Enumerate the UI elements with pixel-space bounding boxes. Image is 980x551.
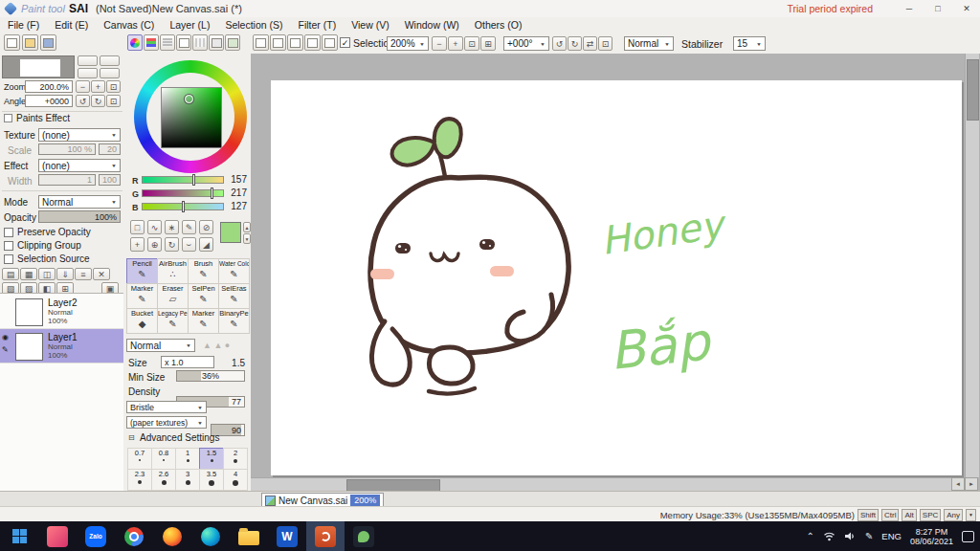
saturation-value-square[interactable]	[161, 87, 222, 148]
save-file-button[interactable]	[40, 34, 56, 51]
menu-canvas[interactable]: Canvas (C)	[96, 19, 162, 31]
navigator-button-4[interactable]	[100, 68, 120, 78]
zoom-reset-button[interactable]: ⊞	[480, 36, 496, 51]
tool-airbrush[interactable]: AirBrush∴	[157, 258, 189, 284]
selection-add-button[interactable]	[270, 34, 286, 51]
zoom-dropdown[interactable]: 200% ▼	[387, 36, 429, 51]
texture-dropdown[interactable]: (none) ▼	[38, 128, 121, 142]
flip-button[interactable]: ⇄	[583, 36, 597, 51]
nav-zoom-in-button[interactable]: +	[91, 80, 105, 93]
taskbar-firefox-app[interactable]	[153, 521, 191, 551]
r-slider-handle[interactable]	[192, 174, 195, 186]
wifi-icon[interactable]	[823, 531, 835, 541]
scroll-right-button[interactable]: ►	[965, 477, 978, 491]
menu-file[interactable]: File (F)	[0, 19, 47, 31]
close-button[interactable]: ✕	[955, 1, 978, 15]
brush-size-preset-2.6[interactable]: 2.6	[151, 469, 176, 491]
taskbar-photos-app[interactable]	[38, 521, 77, 551]
canvas-paper[interactable]: Honey Bắp	[271, 80, 962, 475]
transfer-down-button[interactable]: ⇓	[56, 268, 74, 280]
brush-size-preset-4[interactable]: 4	[223, 469, 248, 491]
tool-seleras[interactable]: SelEras✎	[218, 283, 250, 309]
brush-size-preset-0.7[interactable]: 0.7	[127, 448, 152, 470]
taskbar-sai-app[interactable]	[345, 521, 383, 551]
tool-marker[interactable]: Marker✎	[126, 283, 158, 309]
taskbar-active-app[interactable]	[306, 521, 345, 551]
preserve-opacity-checkbox[interactable]	[4, 228, 13, 237]
menu-others[interactable]: Others (O)	[467, 19, 530, 31]
status-dropdown-icon[interactable]: ▼	[966, 509, 976, 521]
brush-blend-dropdown[interactable]: Normal ▼	[126, 339, 195, 352]
rotate-tool-button[interactable]: ↻	[165, 237, 179, 252]
nav-zoom-out-button[interactable]: −	[76, 80, 90, 93]
eyedropper-tool-button[interactable]: ◢	[199, 237, 213, 252]
effect-dropdown[interactable]: (none) ▼	[38, 159, 121, 172]
navigator-thumbnail[interactable]	[2, 55, 75, 78]
nav-rotate-ccw-button[interactable]: ↺	[76, 95, 90, 107]
hand-tool-button[interactable]: ⌣	[182, 237, 196, 252]
brush-texture2-dropdown[interactable]: (paper textures) ▼	[126, 416, 207, 429]
action-center-icon[interactable]	[962, 531, 974, 542]
taskbar-chrome-app[interactable]	[115, 521, 153, 551]
tool-marker2[interactable]: Marker✎	[188, 308, 219, 334]
hidden-icons-caret[interactable]: ⌃	[807, 531, 814, 541]
swatches-toggle-button[interactable]	[192, 34, 208, 51]
select-clear-tool-button[interactable]: ⊘	[199, 220, 213, 234]
lasso-tool-button[interactable]: ∿	[147, 220, 162, 234]
brush-size-preset-3.5[interactable]: 3.5	[199, 469, 224, 491]
color-wheel[interactable]	[134, 60, 247, 173]
vertical-scrollbar-thumb[interactable]	[967, 59, 979, 121]
color-wheel-toggle-button[interactable]	[127, 34, 143, 51]
nav-rotate-cw-button[interactable]: ↻	[91, 95, 105, 107]
clipping-group-checkbox[interactable]	[4, 241, 13, 251]
key-indicator-any[interactable]: Any	[944, 509, 963, 521]
merge-down-button[interactable]: ≡	[75, 268, 92, 280]
magic-wand-tool-button[interactable]: ∗	[165, 220, 179, 234]
zoom-in-button[interactable]: +	[448, 36, 463, 51]
minimize-button[interactable]: ─	[898, 1, 921, 15]
tool-pencil[interactable]: Pencil✎	[126, 258, 158, 284]
new-layer-button[interactable]: ▤	[2, 268, 19, 280]
rgb-slider-toggle-button[interactable]	[144, 34, 159, 51]
navigator-button-1[interactable]	[78, 55, 98, 66]
tool-selpen[interactable]: SelPen✎	[188, 283, 219, 309]
zoom-fit-button[interactable]: ⊡	[464, 36, 479, 51]
current-color-swatch[interactable]	[220, 222, 241, 243]
vertical-scrollbar[interactable]	[965, 54, 979, 477]
tool-eraser[interactable]: Eraser▱	[157, 283, 189, 309]
new-canvas-button[interactable]	[4, 34, 20, 51]
move-tool-button[interactable]: +	[130, 237, 145, 252]
r-slider[interactable]	[142, 176, 224, 184]
menu-edit[interactable]: Edit (E)	[47, 19, 96, 31]
min-size-slider[interactable]: 36%	[176, 370, 245, 382]
rect-select-tool-button[interactable]: □	[130, 220, 145, 234]
menu-layer[interactable]: Layer (L)	[162, 19, 217, 31]
selection-checkbox[interactable]: ✓	[340, 37, 350, 48]
navigator-button-2[interactable]	[100, 55, 120, 66]
volume-icon[interactable]	[844, 531, 857, 541]
tool-binary-pen[interactable]: BinaryPe✎	[218, 308, 250, 334]
menu-filter[interactable]: Filter (T)	[291, 19, 345, 31]
pen-input-icon[interactable]: ✎	[865, 531, 873, 541]
rotate-ccw-button[interactable]: ↺	[552, 36, 567, 51]
b-slider-handle[interactable]	[182, 201, 185, 212]
brush-size-preset-1[interactable]: 1	[175, 448, 200, 470]
angle-reset-button[interactable]: ⊡	[598, 36, 612, 51]
start-button[interactable]	[0, 521, 38, 551]
selection-source-checkbox[interactable]	[4, 254, 13, 264]
menu-window[interactable]: Window (W)	[397, 19, 467, 31]
taskbar-word-app[interactable]: W	[268, 521, 306, 551]
advanced-settings-toggle-icon[interactable]: ⊟	[128, 433, 135, 442]
brush-size-preset-0.8[interactable]: 0.8	[151, 448, 176, 470]
brush-size-preset-3[interactable]: 3	[175, 469, 200, 491]
new-linework-layer-button[interactable]: ▦	[20, 268, 37, 280]
canvas-viewport[interactable]: Honey Bắp ◄ ►	[251, 54, 980, 491]
taskbar-file-explorer[interactable]	[230, 521, 268, 551]
horizontal-scrollbar[interactable]	[251, 477, 951, 492]
brush-size-preset-1.5-selected[interactable]: 1.5	[199, 448, 224, 470]
brush-texture1-dropdown[interactable]: Bristle ▼	[126, 401, 207, 413]
g-slider[interactable]	[142, 189, 224, 197]
open-file-button[interactable]	[22, 34, 38, 51]
maximize-button[interactable]: □	[926, 1, 949, 15]
layer-opacity-slider[interactable]: 100%	[38, 210, 121, 223]
